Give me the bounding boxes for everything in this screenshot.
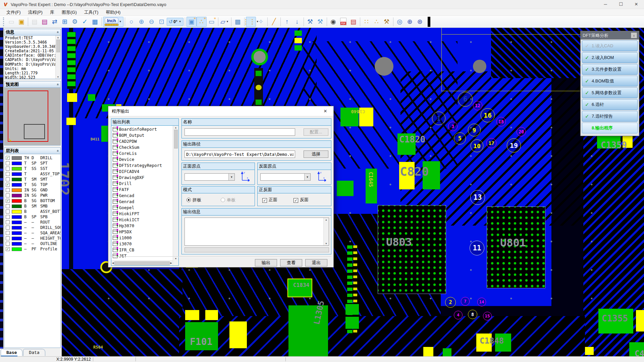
zoom-in-button[interactable]: ⊕ (137, 17, 147, 27)
layer-color-swatch[interactable] (12, 199, 22, 203)
dft-step[interactable]: ✓3.元件参数设置 (582, 64, 638, 75)
zoom-window-button[interactable]: ⊡ (157, 17, 167, 27)
dialog-close-button[interactable]: ✕ (321, 109, 330, 114)
collapse-icon[interactable]: « (56, 150, 60, 152)
layer-color-swatch[interactable] (12, 210, 22, 214)
menu-item[interactable]: 帮助(H) (102, 9, 124, 16)
settings-gear-button[interactable]: ⚙ (70, 17, 80, 27)
pin-tools-button[interactable]: ⚒ (382, 17, 392, 27)
layer-visibility-checkbox[interactable] (6, 188, 10, 192)
scroll-up-icon[interactable]: ▲ (57, 36, 59, 39)
origin-zero-button[interactable]: ⊕ (405, 17, 415, 27)
list-vscrollbar[interactable]: ▲▼ (173, 126, 178, 265)
zoom-out-button[interactable]: ⊖ (147, 17, 157, 27)
output-list-item[interactable]: DrawingDXF (112, 174, 173, 180)
output-list-item[interactable]: BoardinfoReport (112, 126, 173, 132)
output-list-item[interactable]: DIFCADV4 (112, 168, 173, 174)
list-hscrollbar[interactable]: ◀▶ (111, 260, 173, 265)
layer-row[interactable]: ✓—PFProfile (4, 246, 60, 252)
chevron-down-icon[interactable]: ▼ (304, 174, 310, 180)
radio-icon[interactable] (221, 198, 225, 202)
rotate-view-button[interactable]: ↺0°▼ (167, 18, 183, 26)
output-list-item[interactable]: Hp3070 (112, 223, 173, 229)
info-scrollbar[interactable]: ▲▼ (55, 36, 60, 79)
output-list-item[interactable]: CheckSum (112, 144, 173, 150)
output-list-item[interactable]: Genrad (112, 198, 173, 204)
output-list-item[interactable]: HiokiICT (112, 217, 173, 223)
layer-visibility-checkbox[interactable] (6, 193, 10, 197)
pdf-report-button[interactable]: ▤ (348, 17, 359, 27)
layer-color-swatch[interactable] (12, 156, 22, 160)
layer-color-swatch[interactable] (12, 172, 22, 176)
layer-color-swatch[interactable] (12, 221, 22, 224)
layer-row[interactable]: BSMSMB (4, 203, 60, 209)
unit-inch-button[interactable]: Inch▼ (103, 17, 123, 27)
output-list-item[interactable]: Device (112, 156, 173, 162)
menu-item[interactable]: 库 (46, 9, 58, 16)
config-button[interactable]: 配置... (304, 128, 328, 136)
highlight-bulb-button[interactable]: ✧ (256, 17, 266, 27)
layer-visibility-checkbox[interactable] (6, 209, 10, 214)
layer-flip-button[interactable]: ▱▼ (220, 17, 230, 27)
textarea-scrollbar[interactable]: ▲▼ (323, 218, 329, 245)
layer-row[interactable]: INSGGND (4, 187, 60, 193)
menu-item[interactable]: 工具(T) (80, 9, 102, 16)
board-highlight-button[interactable]: ▭☀ (207, 17, 217, 27)
layer-color-swatch[interactable] (12, 162, 22, 165)
net-pins-button[interactable]: ⋮⋮▼ (246, 17, 256, 27)
mode-option-radio[interactable]: 单板 (221, 197, 235, 203)
preview-panel-header[interactable]: 预览图 « (4, 81, 61, 88)
mode-option-selected[interactable]: 拼板 (186, 197, 201, 203)
layer-row[interactable]: TASSY_TOP (4, 171, 60, 177)
scroll-down-icon[interactable]: ▼ (325, 242, 327, 245)
toolbar-drag-handle[interactable] (3, 17, 5, 26)
back-origin-select[interactable]: ▼ (260, 173, 311, 181)
name-input[interactable] (184, 128, 295, 136)
view-button[interactable]: 查看 (280, 259, 302, 266)
output-list-item[interactable]: i3070 (112, 241, 173, 247)
scroll-up-icon[interactable]: ▲ (175, 126, 177, 129)
layer-row[interactable]: ✓THDDRILL (4, 155, 60, 161)
close-button[interactable]: ✕ (629, 0, 644, 9)
chevron-down-icon[interactable]: ▼ (228, 174, 234, 180)
component-tools-button[interactable]: ⚒ (315, 17, 325, 27)
scroll-right-icon[interactable]: ▶ (170, 262, 172, 264)
layer-visibility-checkbox[interactable] (6, 220, 10, 224)
side-option[interactable]: ✓反面 (293, 197, 309, 203)
layer-color-swatch[interactable] (12, 183, 22, 187)
output-list-item[interactable]: i1000 (112, 235, 173, 241)
probe-target-button[interactable]: ◎ (395, 17, 405, 27)
layer-color-swatch[interactable] (12, 237, 22, 240)
layer-color-swatch[interactable] (12, 188, 22, 192)
panelize-button[interactable]: ⊞ (60, 17, 70, 27)
select-path-button[interactable]: 选择 (304, 150, 328, 158)
layer-color-swatch[interactable] (12, 215, 22, 219)
output-list-item[interactable]: Gencad (112, 192, 173, 198)
binoculars-button[interactable]: ◉ (328, 17, 338, 27)
front-origin-select[interactable]: ▼ (184, 173, 235, 181)
output-list-item[interactable]: HiokiFPT (112, 210, 173, 217)
grid-pin-button[interactable]: ▦ (90, 17, 100, 27)
dft-step[interactable]: ✓1.读入CAD (582, 41, 638, 51)
layer-row[interactable]: ✓BSGBOTTOM (4, 198, 60, 203)
export-pdf-button[interactable]: PDF (338, 17, 348, 27)
layer-visibility-checkbox[interactable] (6, 231, 10, 235)
move-down-button[interactable]: ↓ (292, 17, 302, 27)
layer-color-swatch[interactable] (12, 178, 22, 181)
layer-visibility-checkbox[interactable] (6, 177, 10, 181)
output-list-item[interactable]: JET (112, 253, 173, 259)
tab-base[interactable]: Base (1, 349, 22, 356)
output-list-item[interactable]: CoreLis (112, 150, 173, 156)
layers-panel-header[interactable]: 层列表 « (4, 147, 61, 154)
layer-row[interactable]: ——SQA_AREAS (4, 230, 60, 236)
component-highlight-button[interactable]: ▣☀ (186, 17, 197, 27)
maximize-button[interactable]: ☐ (613, 0, 629, 9)
output-info-textarea[interactable]: ▲▼ (184, 218, 329, 246)
zoom-button[interactable]: ○ (126, 17, 137, 27)
output-list-item[interactable]: Drill (112, 180, 173, 186)
layer-row[interactable]: TSPSPT (4, 161, 60, 166)
checkbox-icon[interactable]: ✓ (262, 198, 267, 203)
import-cad-button[interactable]: ▤ (30, 17, 40, 27)
layer-visibility-checkbox[interactable] (6, 172, 10, 176)
board-new-button[interactable]: ▭ (6, 17, 16, 27)
